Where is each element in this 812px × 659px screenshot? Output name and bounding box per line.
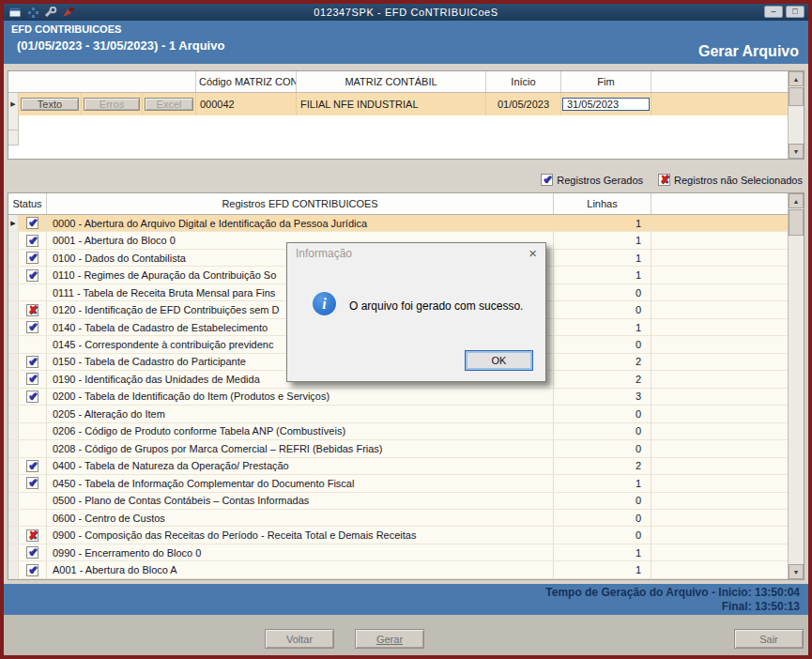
row-filler <box>651 510 788 526</box>
record-lines: 1 <box>554 215 651 231</box>
row-filler <box>651 544 788 560</box>
file-grid-scrollbar[interactable]: ▲ ▼ <box>788 71 804 159</box>
record-lines: 0 <box>554 423 651 439</box>
ok-button[interactable]: OK <box>465 350 533 371</box>
status-cell <box>19 301 47 317</box>
close-icon[interactable]: × <box>529 245 537 261</box>
record-lines: 1 <box>554 561 651 577</box>
row-selector <box>8 493 19 509</box>
window-icon[interactable] <box>8 6 23 19</box>
record-lines: 2 <box>554 458 651 474</box>
status-cell <box>19 423 47 439</box>
row-selector <box>8 319 19 335</box>
column-header-registros[interactable]: Registros EFD CONTRIBUICOES <box>47 193 554 214</box>
scroll-thumb[interactable] <box>789 209 804 236</box>
grid-icon[interactable] <box>25 6 40 19</box>
fim-editor[interactable]: 31/05/2023 <box>562 98 650 111</box>
period-label: (01/05/2023 - 31/05/2023) - 1 Arquivo <box>17 38 224 53</box>
status-checkbox[interactable] <box>26 252 38 264</box>
file-row[interactable]: ▶ Texto Erros Excel 000042 FILIAL NFE IN… <box>8 93 788 115</box>
table-row[interactable]: 0206 - Código de Produto conforme Tabela… <box>8 423 788 440</box>
scroll-down-icon[interactable]: ▼ <box>789 564 804 579</box>
status-checkbox[interactable] <box>26 217 38 229</box>
record-lines: 2 <box>554 371 651 387</box>
status-checkbox[interactable] <box>26 460 38 472</box>
wrench-icon[interactable] <box>43 6 58 19</box>
table-row[interactable]: 0205 - Alteração do Item 0 <box>8 406 788 422</box>
table-row[interactable]: 0208 - Código de Grupos por Marca Comerc… <box>8 440 788 457</box>
record-lines: 1 <box>554 475 651 491</box>
status-checkbox[interactable] <box>26 235 38 247</box>
row-filler <box>651 354 788 370</box>
status-checkbox[interactable] <box>26 304 38 316</box>
scroll-up-icon[interactable]: ▲ <box>789 193 804 208</box>
excel-button[interactable]: Excel <box>145 98 193 111</box>
status-bar: Tempo de Geração do Arquivo - Inicio: 13… <box>4 584 808 615</box>
header-filler <box>651 71 788 92</box>
column-header-codigo[interactable]: Código MATRIZ CONTÁBIL <box>196 71 297 92</box>
column-header-linhas[interactable]: Linhas <box>554 193 651 214</box>
table-row[interactable]: ▶ 0000 - Abertura do Arquivo Digital e I… <box>8 215 788 232</box>
texto-button[interactable]: Texto <box>21 98 79 111</box>
generation-time-start: Tempo de Geração do Arquivo - Inicio: 13… <box>4 586 800 600</box>
status-checkbox[interactable] <box>26 546 38 559</box>
row-selector <box>8 232 19 248</box>
table-row[interactable]: 0450 - Tabela de Informação Complementar… <box>8 475 788 492</box>
row-selector <box>8 354 19 370</box>
column-header-inicio[interactable]: Início <box>486 71 561 92</box>
table-row[interactable]: A001 - Abertura do Bloco A 1 <box>8 561 788 578</box>
row-filler <box>651 561 788 577</box>
table-row[interactable]: 0900 - Composição das Receitas do Períod… <box>8 527 788 544</box>
table-row[interactable]: 0990 - Encerramento do Bloco 0 1 <box>8 544 788 561</box>
status-cell <box>19 458 47 474</box>
row-pointer-icon: ▶ <box>10 100 15 108</box>
row-selector <box>8 458 19 474</box>
erros-button[interactable]: Erros <box>84 98 140 111</box>
column-header-status[interactable]: Status <box>8 193 47 214</box>
status-cell <box>19 215 47 231</box>
titlebar: 012347SPK - EFD CoNTRIBUICoeS – □ <box>4 4 808 21</box>
dialog-title: Informação <box>287 243 545 264</box>
status-checkbox[interactable] <box>26 321 38 333</box>
row-selector <box>8 406 19 421</box>
status-cell <box>19 232 47 248</box>
record-label: A001 - Abertura do Bloco A <box>47 561 554 577</box>
record-lines: 3 <box>554 389 651 405</box>
footer: Voltar Gerar Sair <box>4 615 808 655</box>
minimize-button[interactable]: – <box>764 6 783 18</box>
scroll-down-icon[interactable]: ▼ <box>789 144 804 159</box>
status-checkbox[interactable] <box>26 269 38 282</box>
table-row[interactable]: 0200 - Tabela de Identificação do Item (… <box>8 389 788 406</box>
row-filler <box>651 493 788 509</box>
gerar-button[interactable]: Gerar <box>355 629 424 649</box>
file-grid-header: Código MATRIZ CONTÁBIL MATRIZ CONTÁBIL I… <box>8 71 788 93</box>
status-cell <box>19 527 47 543</box>
header-filler <box>651 193 788 214</box>
scroll-up-icon[interactable]: ▲ <box>789 71 804 86</box>
status-checkbox[interactable] <box>26 529 38 542</box>
status-cell <box>19 510 47 526</box>
status-checkbox[interactable] <box>26 373 38 385</box>
records-grid-scrollbar[interactable]: ▲ ▼ <box>788 193 804 579</box>
voltar-button[interactable]: Voltar <box>265 629 334 649</box>
row-selector <box>8 527 19 543</box>
sair-button[interactable]: Sair <box>734 629 804 649</box>
status-checkbox[interactable] <box>26 391 38 403</box>
column-header-matriz[interactable]: MATRIZ CONTÁBIL <box>297 71 486 92</box>
row-filler <box>651 250 788 266</box>
maximize-button[interactable]: □ <box>786 6 804 18</box>
status-checkbox[interactable] <box>26 477 38 489</box>
record-label: 0000 - Abertura do Arquivo Digital e Ide… <box>47 215 554 231</box>
scroll-thumb[interactable] <box>789 87 804 106</box>
table-row[interactable]: 0600 - Centro de Custos 0 <box>8 510 788 527</box>
brush-icon[interactable] <box>61 6 76 19</box>
row-filler <box>651 319 788 335</box>
row-filler <box>651 215 788 231</box>
row-filler <box>651 440 788 456</box>
table-row[interactable]: 0400 - Tabela de Natureza da Operação/ P… <box>8 458 788 475</box>
table-row[interactable]: 0500 - Plano de Contas Contábeis – Conta… <box>8 493 788 510</box>
status-checkbox[interactable] <box>26 564 38 576</box>
column-header-fim[interactable]: Fim <box>561 71 651 92</box>
status-checkbox[interactable] <box>26 356 38 368</box>
record-lines: 0 <box>554 527 651 543</box>
